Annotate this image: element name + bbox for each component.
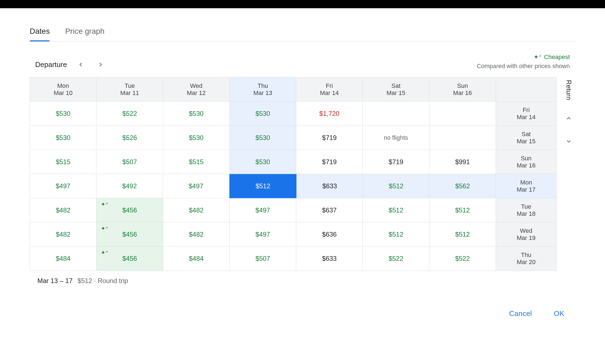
departure-label: Departure — [35, 60, 67, 69]
return-row-header: ThuMar 20 — [496, 247, 556, 271]
price-cell[interactable]: $530 — [230, 126, 296, 150]
return-prev-button[interactable] — [565, 114, 573, 123]
price-cell[interactable]: $497 — [230, 222, 296, 247]
price-cell[interactable]: $492 — [96, 174, 163, 198]
return-row-header: WedMar 19 — [496, 222, 556, 247]
price-cell[interactable]: $637 — [296, 198, 363, 222]
price-cell[interactable]: $512 — [229, 174, 297, 198]
sparkle-icon: ✦⁺ — [101, 225, 109, 232]
departure-column-header: TueMar 11 — [96, 77, 163, 102]
departure-column-header: SatMar 15 — [363, 77, 429, 102]
price-cell[interactable]: $515 — [163, 150, 230, 174]
price-cell[interactable]: $719 — [296, 150, 363, 174]
view-tabs: Dates Price graph — [30, 24, 575, 41]
price-cell[interactable]: $633 — [296, 174, 363, 198]
price-cell[interactable]: $497 — [230, 198, 296, 222]
price-cell[interactable]: $1,720 — [296, 102, 363, 126]
tab-dates[interactable]: Dates — [30, 24, 50, 41]
chevron-right-icon — [97, 61, 104, 68]
price-cell[interactable]: $512 — [363, 222, 429, 247]
price-cell[interactable]: $512 — [363, 198, 429, 222]
price-cell[interactable]: $526 — [96, 126, 163, 150]
price-cell[interactable]: $530 — [163, 126, 230, 150]
price-cell[interactable]: $512 — [363, 174, 429, 198]
legend-cheapest: Cheapest — [544, 52, 570, 61]
return-row-header: SatMar 15 — [496, 126, 556, 150]
price-cell: no flights — [363, 126, 429, 150]
price-cell[interactable]: $522 — [429, 247, 496, 271]
departure-prev-button[interactable] — [75, 58, 87, 71]
return-row-header: SunMar 16 — [496, 150, 556, 174]
price-cell[interactable]: $530 — [230, 150, 296, 174]
cancel-button[interactable]: Cancel — [509, 309, 532, 318]
return-row-header: FriMar 14 — [496, 102, 556, 126]
departure-column-header: FriMar 14 — [296, 77, 363, 102]
chevron-left-icon — [77, 61, 85, 68]
price-cell[interactable]: $636 — [296, 222, 363, 247]
return-row-header: TueMar 18 — [496, 198, 556, 222]
price-cell[interactable]: $530 — [30, 102, 96, 126]
tab-price-graph[interactable]: Price graph — [65, 24, 104, 41]
departure-column-header: SunMar 16 — [429, 77, 496, 102]
price-cell[interactable]: ✦⁺$456 — [96, 222, 163, 247]
corner-cell — [496, 77, 556, 102]
price-cell[interactable]: $497 — [163, 174, 229, 198]
price-cell[interactable]: $633 — [296, 247, 363, 271]
price-cell[interactable]: $530 — [30, 126, 96, 150]
price-cell — [363, 102, 429, 126]
departure-column-header: ThuMar 13 — [230, 77, 296, 102]
price-cell[interactable]: $562 — [429, 174, 496, 198]
price-cell[interactable]: $484 — [163, 247, 230, 271]
sparkle-icon: ✦⁺ — [534, 52, 542, 61]
sparkle-icon: ✦⁺ — [101, 201, 109, 208]
return-row-header: MonMar 17 — [496, 174, 556, 198]
price-cell[interactable]: $991 — [429, 150, 496, 174]
return-next-button[interactable] — [565, 138, 573, 146]
selected-range: Mar 13 – 17 — [37, 277, 73, 285]
date-price-grid: MonMar 10TueMar 11WedMar 12ThuMar 13FriM… — [30, 77, 557, 271]
price-cell[interactable]: $497 — [30, 174, 96, 198]
price-cell[interactable]: $719 — [363, 150, 429, 174]
chevron-up-icon — [565, 114, 573, 122]
price-cell[interactable]: ✦⁺$456 — [96, 247, 163, 271]
price-cell[interactable]: $482 — [163, 222, 230, 247]
price-cell[interactable]: $530 — [163, 102, 230, 126]
departure-next-button[interactable] — [95, 58, 107, 71]
price-cell[interactable]: $484 — [30, 247, 96, 271]
return-label: Return — [565, 80, 573, 100]
price-cell[interactable]: $522 — [363, 247, 429, 271]
departure-column-header: MonMar 10 — [30, 77, 96, 102]
ok-button[interactable]: OK — [554, 309, 564, 318]
price-cell[interactable]: $719 — [296, 126, 363, 150]
price-cell[interactable]: $507 — [96, 150, 163, 174]
legend-compared: Compared with other prices shown — [477, 61, 570, 71]
price-cell[interactable]: $512 — [429, 222, 496, 247]
price-cell[interactable]: $530 — [230, 102, 296, 126]
price-cell[interactable]: $512 — [429, 198, 496, 222]
price-cell[interactable]: $522 — [96, 102, 163, 126]
price-cell[interactable]: $482 — [30, 198, 96, 222]
price-cell — [429, 102, 496, 126]
chevron-down-icon — [565, 138, 573, 145]
price-cell[interactable]: $482 — [30, 222, 96, 247]
legend: ✦⁺ Cheapest Compared with other prices s… — [477, 52, 570, 71]
price-cell[interactable]: $515 — [30, 150, 96, 174]
price-cell[interactable]: $482 — [163, 198, 230, 222]
sparkle-icon: ✦⁺ — [101, 249, 109, 256]
price-cell[interactable]: ✦⁺$456 — [96, 198, 163, 222]
selected-detail: $512 · Round trip — [77, 277, 128, 285]
price-cell[interactable]: $507 — [230, 247, 296, 271]
departure-column-header: WedMar 12 — [163, 77, 230, 102]
price-cell — [429, 126, 496, 150]
